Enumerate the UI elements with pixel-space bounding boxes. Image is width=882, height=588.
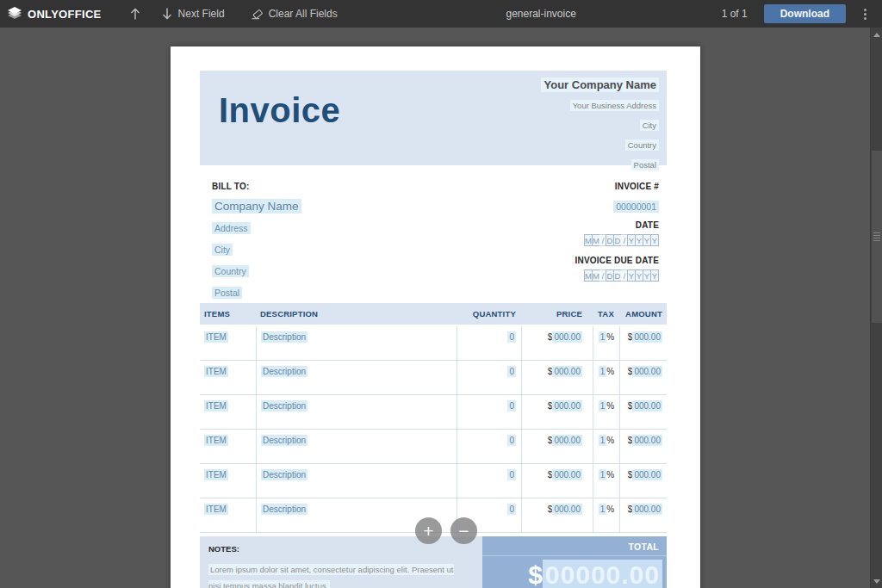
- tax-field[interactable]: 1: [599, 400, 607, 412]
- tax-symbol: %: [606, 436, 614, 445]
- bill-to-address-field[interactable]: Address: [212, 222, 251, 234]
- amount-field[interactable]: 000.00: [632, 435, 662, 446]
- amount-field[interactable]: 000.00: [632, 504, 662, 515]
- amount-field[interactable]: 000.00: [632, 366, 662, 377]
- notes-label: NOTES:: [208, 544, 474, 554]
- invoice-header-panel: Invoice Your Company Name Your Business …: [200, 71, 667, 165]
- quantity-field[interactable]: 0: [507, 469, 516, 480]
- invoice-meta-block: INVOICE # 00000001 DATE MM/DD/YYYY INVOI…: [575, 182, 659, 284]
- price-field[interactable]: 000.00: [552, 400, 582, 412]
- eraser-icon: [250, 8, 264, 21]
- total-label: TOTAL: [482, 536, 667, 556]
- table-row: ITEM Description 0 $000.00 1% $000.00: [200, 430, 667, 464]
- table-row: ITEM Description 0 $000.00 1% $000.00: [200, 464, 667, 498]
- vertical-scrollbar[interactable]: [870, 28, 882, 588]
- tax-field[interactable]: 1: [599, 435, 607, 446]
- price-field[interactable]: 000.00: [552, 435, 582, 446]
- tax-field[interactable]: 1: [599, 504, 607, 515]
- description-field[interactable]: Description: [261, 331, 307, 343]
- next-field-button[interactable]: Next Field: [159, 3, 227, 24]
- tax-field[interactable]: 1: [599, 469, 607, 480]
- kebab-icon: [864, 9, 866, 11]
- onlyoffice-logo: ONLYOFFICE: [6, 6, 102, 22]
- triangle-up-icon: [873, 33, 880, 37]
- invoice-items-table: ITEMS DESCRIPTION QUANTITY PRICE TAX AMO…: [200, 303, 667, 533]
- price-field[interactable]: 000.00: [552, 366, 582, 377]
- scrollbar-thumb[interactable]: [872, 151, 882, 323]
- brand-text: ONLYOFFICE: [28, 8, 102, 21]
- item-field[interactable]: ITEM: [204, 400, 228, 412]
- quantity-field[interactable]: 0: [507, 504, 516, 515]
- bill-to-country-field[interactable]: Country: [212, 265, 249, 277]
- price-field[interactable]: 000.00: [552, 504, 582, 515]
- invoice-due-date-field[interactable]: MM/DD/YYYY: [584, 269, 659, 282]
- scrollbar-grip-icon: [873, 232, 880, 242]
- notes-field[interactable]: Lorem ipsum dolor sit amet, consectetur …: [208, 564, 454, 588]
- amount-field[interactable]: 000.00: [632, 400, 662, 412]
- bill-to-company-field[interactable]: Company Name: [212, 199, 301, 214]
- document-page: Invoice Your Company Name Your Business …: [171, 46, 700, 588]
- description-field[interactable]: Description: [261, 469, 307, 480]
- item-field[interactable]: ITEM: [204, 366, 228, 377]
- item-field[interactable]: ITEM: [204, 504, 228, 515]
- company-postal-field[interactable]: Postal: [631, 159, 659, 170]
- zoom-in-button[interactable]: +: [415, 517, 442, 544]
- total-panel: TOTAL $00000.00: [482, 536, 667, 588]
- tax-symbol: %: [606, 504, 614, 514]
- item-field[interactable]: ITEM: [204, 331, 228, 343]
- table-row: ITEM Description 0 $000.00 1% $000.00: [200, 326, 667, 361]
- tax-symbol: %: [606, 332, 614, 342]
- invoice-number-label: INVOICE #: [575, 182, 659, 191]
- tax-symbol: %: [606, 470, 614, 480]
- invoice-date-field[interactable]: MM/DD/YYYY: [584, 234, 659, 246]
- tax-field[interactable]: 1: [599, 331, 607, 343]
- date-char-cell[interactable]: Y: [650, 234, 659, 246]
- invoice-table-body: ITEM Description 0 $000.00 1% $000.00 IT…: [200, 326, 667, 533]
- company-country-field[interactable]: Country: [625, 139, 659, 151]
- download-button[interactable]: Download: [764, 4, 846, 23]
- price-field[interactable]: 000.00: [552, 469, 582, 480]
- description-field[interactable]: Description: [261, 400, 307, 412]
- more-options-button[interactable]: [859, 5, 872, 23]
- onlyoffice-logo-icon: [6, 6, 23, 22]
- quantity-field[interactable]: 0: [507, 366, 516, 377]
- scroll-up-button[interactable]: [871, 28, 882, 40]
- date-char-cell[interactable]: Y: [650, 269, 659, 282]
- company-name-field[interactable]: Your Company Name: [541, 77, 659, 92]
- total-value-field[interactable]: 00000.00: [543, 560, 662, 588]
- total-currency: $: [528, 560, 543, 588]
- description-field[interactable]: Description: [261, 504, 307, 515]
- price-field[interactable]: 000.00: [552, 331, 582, 343]
- tax-field[interactable]: 1: [599, 366, 607, 377]
- triangle-down-icon: [873, 579, 880, 584]
- bill-to-postal-field[interactable]: Postal: [212, 287, 242, 299]
- next-field-label: Next Field: [178, 8, 225, 20]
- zoom-out-button[interactable]: −: [450, 517, 477, 544]
- invoice-title: Invoice: [219, 91, 340, 130]
- item-field[interactable]: ITEM: [204, 469, 228, 480]
- header-description: DESCRIPTION: [256, 309, 457, 319]
- table-row: ITEM Description 0 $000.00 1% $000.00: [200, 361, 667, 395]
- quantity-field[interactable]: 0: [507, 331, 516, 343]
- tax-symbol: %: [606, 367, 614, 376]
- table-header-row: ITEMS DESCRIPTION QUANTITY PRICE TAX AMO…: [200, 303, 667, 325]
- clear-all-fields-button[interactable]: Clear All Fields: [248, 4, 339, 24]
- item-field[interactable]: ITEM: [204, 435, 228, 446]
- scroll-down-button[interactable]: [871, 575, 882, 587]
- bill-to-city-field[interactable]: City: [212, 244, 233, 256]
- amount-field[interactable]: 000.00: [632, 331, 662, 343]
- header-quantity: QUANTITY: [457, 309, 521, 319]
- invoice-number-field[interactable]: 00000001: [613, 201, 659, 213]
- quantity-field[interactable]: 0: [507, 400, 516, 412]
- previous-field-button[interactable]: [126, 3, 145, 24]
- company-address-field[interactable]: Your Business Address: [570, 100, 659, 111]
- header-tax: TAX: [593, 309, 619, 319]
- amount-field[interactable]: 000.00: [632, 469, 662, 480]
- company-city-field[interactable]: City: [640, 120, 659, 131]
- page-indicator: 1 of 1: [722, 8, 748, 20]
- description-field[interactable]: Description: [261, 366, 307, 377]
- description-field[interactable]: Description: [261, 435, 307, 446]
- quantity-field[interactable]: 0: [507, 435, 516, 446]
- header-amount: AMOUNT: [619, 309, 667, 319]
- table-row: ITEM Description 0 $000.00 1% $000.00: [200, 395, 667, 430]
